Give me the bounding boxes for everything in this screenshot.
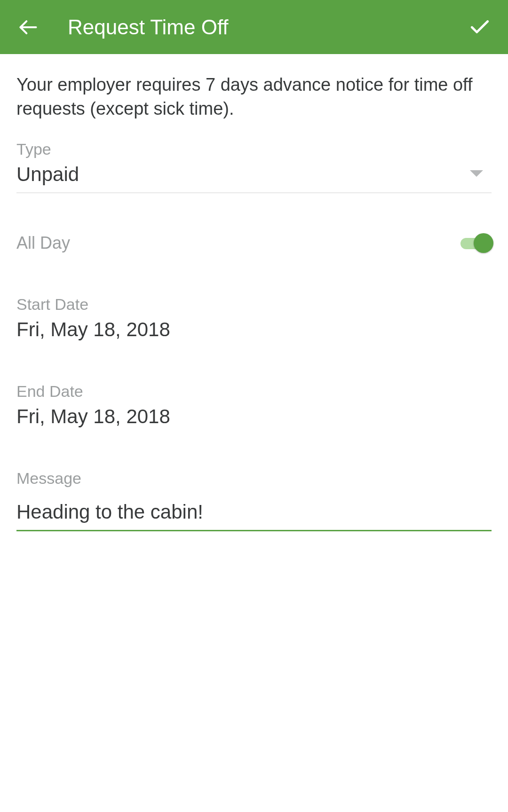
type-select[interactable]: Unpaid [16, 163, 492, 193]
page-title: Request Time Off [68, 16, 466, 39]
end-date-label: End Date [16, 382, 492, 401]
start-date-field[interactable]: Start Date Fri, May 18, 2018 [16, 295, 492, 341]
all-day-label: All Day [16, 233, 70, 253]
type-value: Unpaid [16, 163, 79, 186]
app-header: Request Time Off [0, 0, 508, 54]
svg-marker-1 [470, 170, 483, 177]
all-day-toggle[interactable] [460, 233, 492, 253]
message-input[interactable] [16, 496, 492, 531]
start-date-value: Fri, May 18, 2018 [16, 318, 492, 341]
type-field: Type Unpaid [16, 140, 492, 193]
type-label: Type [16, 140, 492, 158]
toggle-thumb [474, 233, 493, 253]
start-date-label: Start Date [16, 295, 492, 314]
advance-notice-text: Your employer requires 7 days advance no… [16, 73, 492, 121]
checkmark-icon [468, 16, 492, 39]
end-date-field[interactable]: End Date Fri, May 18, 2018 [16, 382, 492, 428]
dropdown-caret-icon [470, 170, 483, 179]
message-field: Message [16, 469, 492, 531]
back-button[interactable] [14, 13, 42, 41]
end-date-value: Fri, May 18, 2018 [16, 405, 492, 428]
form-content: Your employer requires 7 days advance no… [0, 54, 508, 531]
back-arrow-icon [18, 17, 39, 38]
message-label: Message [16, 469, 492, 488]
submit-button[interactable] [466, 13, 494, 41]
all-day-row: All Day [16, 233, 492, 253]
